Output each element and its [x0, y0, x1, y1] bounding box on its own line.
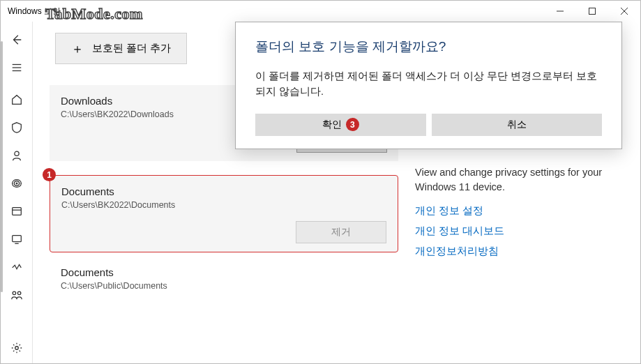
- remove-folder-button-disabled: 제거: [296, 221, 386, 243]
- menu-icon[interactable]: [3, 55, 31, 80]
- annotation-badge-3: 3: [346, 118, 359, 131]
- add-button-label: 보호된 폴더 추가: [92, 42, 171, 55]
- svg-point-8: [16, 183, 17, 184]
- folder-card[interactable]: Documents C:\Users\Public\Documents: [50, 266, 398, 291]
- plus-icon: ＋: [71, 43, 84, 55]
- confirm-dialog: 폴더의 보호 기능을 제거할까요? 이 폴더를 제거하면 제어된 폴더 액세스가…: [235, 22, 622, 149]
- privacy-policy-link[interactable]: 개인정보처리방침: [415, 245, 624, 258]
- minimize-button[interactable]: [544, 1, 576, 22]
- svg-point-7: [14, 151, 18, 156]
- maximize-button[interactable]: [576, 1, 608, 22]
- shield-icon[interactable]: [3, 115, 31, 140]
- svg-rect-1: [589, 8, 596, 15]
- add-protected-folder-button[interactable]: ＋ 보호된 폴더 추가: [55, 33, 187, 64]
- svg-rect-11: [12, 236, 21, 242]
- privacy-settings-link[interactable]: 개인 정보 설정: [415, 204, 624, 218]
- sidebar: [1, 22, 33, 363]
- privacy-dashboard-link[interactable]: 개인 정보 대시보드: [415, 225, 624, 238]
- app-browser-icon[interactable]: [3, 199, 31, 224]
- titlebar: Windows 보안: [1, 1, 640, 22]
- performance-icon[interactable]: [3, 255, 31, 280]
- settings-icon[interactable]: [3, 335, 31, 361]
- svg-point-13: [13, 291, 16, 295]
- window-title: Windows 보안: [8, 6, 544, 17]
- firewall-icon[interactable]: [3, 171, 31, 196]
- annotation-badge-1: 1: [43, 168, 56, 181]
- remove-label: 제거: [331, 226, 351, 238]
- back-icon[interactable]: [3, 27, 31, 52]
- folder-name: Documents: [61, 185, 386, 197]
- close-button[interactable]: [608, 1, 640, 22]
- folder-path: C:\Users\BK2022\Documents: [61, 200, 386, 210]
- svg-point-15: [15, 347, 18, 350]
- cancel-label: 취소: [507, 119, 527, 131]
- privacy-description: View and change privacy settings for you…: [415, 165, 624, 195]
- dialog-title: 폴더의 보호 기능을 제거할까요?: [255, 38, 602, 56]
- home-icon[interactable]: [3, 87, 31, 112]
- account-icon[interactable]: [3, 143, 31, 168]
- svg-point-14: [17, 291, 21, 295]
- folder-card-selected[interactable]: Documents C:\Users\BK2022\Documents 제거: [50, 175, 398, 252]
- dialog-cancel-button[interactable]: 취소: [432, 114, 603, 136]
- folder-name: Documents: [61, 266, 387, 278]
- folder-path: C:\Users\Public\Documents: [61, 281, 387, 291]
- family-icon[interactable]: [3, 282, 31, 308]
- dialog-body: 이 폴더를 제거하면 제어된 폴더 액세스가 더 이상 무단 변경으로부터 보호…: [255, 68, 602, 100]
- sidebar-scroll-indicator: [1, 41, 3, 292]
- dialog-confirm-button[interactable]: 확인 3: [255, 114, 426, 136]
- device-icon[interactable]: [3, 227, 31, 252]
- window-controls: [544, 1, 640, 22]
- confirm-label: 확인: [322, 119, 342, 131]
- svg-rect-9: [12, 208, 21, 215]
